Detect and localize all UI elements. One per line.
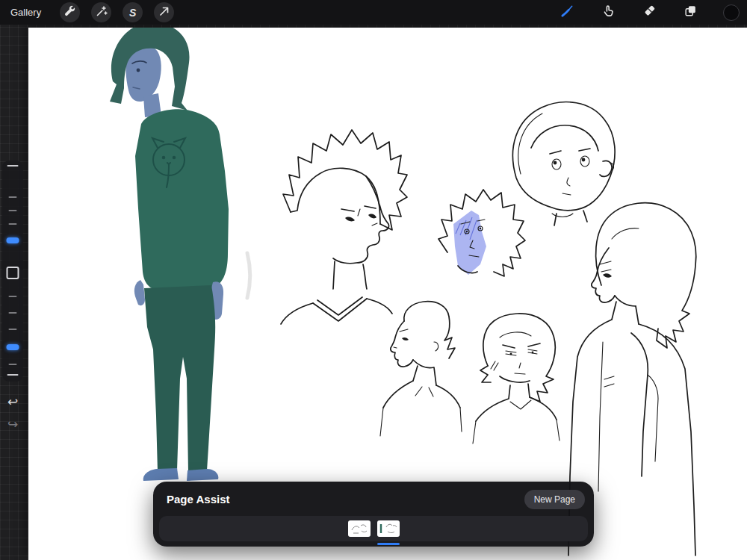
actions-button[interactable] [60,2,80,22]
slider-tick [9,210,17,211]
sketch-head-blue-wash [438,190,525,276]
layers-icon [684,4,698,21]
slider-tick [9,223,17,225]
selected-page-indicator [377,543,400,545]
page-2-preview [377,520,400,537]
page-assist-title: Page Assist [167,493,230,505]
page-1-preview [348,520,371,537]
slider-tick [9,329,17,330]
sketch-head-large [281,130,407,324]
modify-button[interactable] [7,267,19,279]
adjustments-button[interactable] [91,2,111,22]
redo-icon: ↪ [7,417,18,432]
brush-size-slider-handle[interactable] [7,237,19,243]
sketch-head-bob [473,314,560,444]
selection-s-icon: S [129,7,136,19]
undo-button[interactable]: ↩ [2,394,23,410]
page-thumbnail-1[interactable] [348,520,371,537]
gallery-button[interactable]: Gallery [10,7,41,18]
slider-tick [7,374,19,376]
artwork [28,28,747,560]
erase-tool-button[interactable] [639,3,659,22]
pages-strip [159,516,588,541]
smudge-tool-button[interactable] [598,3,618,22]
slider-tick [7,165,19,167]
smudge-finger-icon [601,4,616,21]
slider-tick [9,364,17,365]
paint-tool-button[interactable] [557,3,577,22]
color-swatch-icon [723,4,740,21]
new-page-button[interactable]: New Page [524,490,585,509]
redo-button[interactable]: ↪ [2,417,23,432]
procreate-window: Gallery S [0,0,747,560]
brush-opacity-slider-handle[interactable] [7,344,19,350]
slider-tick [9,312,17,314]
drawing-canvas[interactable] [28,28,747,560]
sketch-head-small-profile [380,302,462,436]
magic-wand-icon [95,4,108,21]
brush-icon [560,4,574,22]
top-toolbar: Gallery S [0,0,747,25]
layers-button[interactable] [681,3,700,22]
color-button[interactable] [722,3,741,22]
brush-sidebar [2,161,23,382]
page-assist-panel: Page Assist New Page [153,482,594,547]
eraser-icon [642,4,657,21]
transform-arrow-icon [158,4,171,21]
slider-tick [9,196,17,198]
undo-icon: ↩ [7,395,18,409]
transform-button[interactable] [154,2,174,22]
sketch-head-round [512,102,615,225]
wrench-icon [63,4,77,21]
selection-button[interactable]: S [123,2,143,22]
painted-character [110,28,250,481]
slider-tick [9,296,17,297]
page-thumbnail-2[interactable] [377,520,400,537]
